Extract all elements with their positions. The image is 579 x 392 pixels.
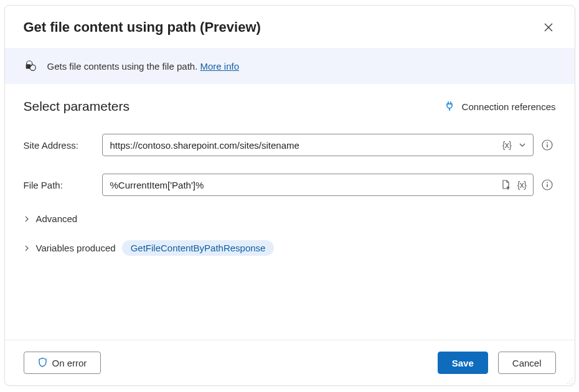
save-button[interactable]: Save bbox=[438, 352, 488, 374]
parameters-heading: Select parameters bbox=[24, 99, 129, 114]
dialog-footer: On error Save Cancel bbox=[5, 340, 575, 385]
site-address-input[interactable] bbox=[110, 140, 501, 151]
chevron-down-icon bbox=[518, 141, 527, 149]
svg-point-1 bbox=[30, 65, 35, 70]
cancel-button[interactable]: Cancel bbox=[498, 352, 556, 374]
variable-braces-icon: {x} bbox=[517, 180, 527, 190]
dialog-title: Get file content using path (Preview) bbox=[24, 19, 261, 35]
parameters-header: Select parameters Connection references bbox=[24, 99, 556, 114]
file-path-input-wrap[interactable]: {x} bbox=[102, 174, 534, 196]
resize-handle[interactable] bbox=[566, 376, 573, 384]
site-address-label: Site Address: bbox=[24, 140, 97, 151]
sharepoint-icon: S bbox=[24, 59, 37, 73]
svg-point-12 bbox=[569, 383, 570, 384]
svg-point-10 bbox=[572, 380, 573, 381]
site-address-variable-button[interactable]: {x} bbox=[501, 139, 513, 151]
shield-icon bbox=[38, 357, 47, 369]
file-picker-icon bbox=[501, 179, 511, 190]
connection-references-link[interactable]: Connection references bbox=[445, 100, 556, 113]
site-address-info[interactable] bbox=[539, 139, 556, 151]
info-icon bbox=[542, 179, 553, 190]
action-dialog: Get file content using path (Preview) S … bbox=[4, 5, 575, 386]
file-path-info[interactable] bbox=[539, 179, 556, 190]
svg-point-8 bbox=[572, 378, 573, 379]
file-path-input[interactable] bbox=[110, 180, 500, 190]
close-icon bbox=[544, 22, 553, 32]
connection-references-label: Connection references bbox=[462, 101, 556, 112]
on-error-button[interactable]: On error bbox=[24, 352, 101, 374]
advanced-expander[interactable]: Advanced bbox=[24, 213, 556, 224]
site-address-input-wrap[interactable]: {x} bbox=[102, 134, 534, 156]
svg-point-11 bbox=[567, 383, 568, 384]
info-icon bbox=[542, 139, 553, 151]
svg-point-5 bbox=[547, 142, 548, 144]
plug-icon bbox=[445, 100, 454, 113]
site-address-dropdown-button[interactable] bbox=[517, 139, 528, 151]
svg-point-7 bbox=[547, 182, 548, 184]
file-path-row: File Path: {x} bbox=[24, 174, 556, 196]
banner-text: Gets file contents using the file path. … bbox=[47, 61, 240, 72]
file-path-label: File Path: bbox=[24, 180, 97, 190]
chevron-right-icon bbox=[24, 213, 30, 224]
info-banner: S Gets file contents using the file path… bbox=[5, 48, 575, 84]
file-path-picker-button[interactable] bbox=[500, 178, 512, 192]
site-address-row: Site Address: {x} bbox=[24, 134, 556, 156]
more-info-link[interactable]: More info bbox=[200, 61, 239, 72]
advanced-label: Advanced bbox=[36, 213, 78, 224]
variable-pill[interactable]: GetFileContentByPathResponse bbox=[122, 240, 275, 256]
dialog-header: Get file content using path (Preview) bbox=[5, 6, 575, 48]
variables-produced-label: Variables produced bbox=[36, 243, 116, 253]
variable-braces-icon: {x} bbox=[502, 140, 512, 150]
variables-produced-expander[interactable]: Variables produced GetFileContentByPathR… bbox=[24, 240, 556, 256]
file-path-variable-button[interactable]: {x} bbox=[516, 179, 528, 191]
close-button[interactable] bbox=[541, 20, 556, 35]
dialog-content: Select parameters Connection references … bbox=[5, 84, 575, 340]
svg-point-13 bbox=[572, 383, 573, 384]
on-error-label: On error bbox=[52, 358, 87, 368]
svg-point-9 bbox=[569, 380, 570, 381]
svg-text:S: S bbox=[27, 64, 29, 68]
chevron-right-icon bbox=[24, 243, 30, 253]
